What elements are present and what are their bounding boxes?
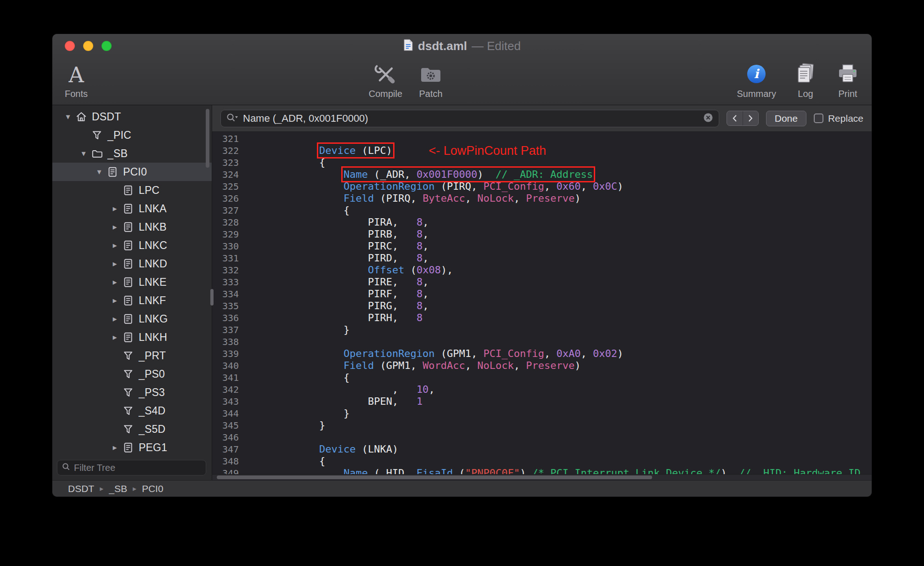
code-token: , [544, 181, 557, 192]
line-number: 330 [212, 240, 246, 252]
compile-button[interactable]: Compile [365, 61, 406, 102]
code-token: } [246, 419, 325, 431]
tree-item-_ps3[interactable]: _PS3 [52, 383, 212, 402]
patch-button[interactable]: Patch [414, 61, 447, 102]
home-icon [75, 111, 87, 123]
done-button[interactable]: Done [766, 111, 806, 126]
tree-item-label: LNKG [139, 313, 168, 325]
tree-item-_ps0[interactable]: _PS0 [52, 365, 212, 383]
tree-item-pci0[interactable]: ▾PCI0 [52, 163, 212, 181]
disclosure-expanded-icon[interactable]: ▾ [92, 167, 107, 177]
disclosure-collapsed-icon[interactable]: ▸ [107, 295, 122, 306]
filter-tree-input[interactable]: Filter Tree [57, 460, 206, 475]
code-text: PIRD, 8, [246, 252, 428, 264]
code-token: , [246, 384, 417, 395]
tree-item-_s4d[interactable]: _S4D [52, 402, 212, 420]
replace-checkbox[interactable] [814, 113, 823, 123]
line-number: 342 [212, 384, 246, 396]
print-button[interactable]: Print [831, 61, 864, 102]
find-next-button[interactable] [743, 111, 758, 125]
sidebar-scrollbar[interactable] [206, 109, 209, 168]
tree-item-lnke[interactable]: ▸LNKE [52, 273, 212, 291]
horizontal-scrollbar-track[interactable] [212, 474, 872, 480]
tree-item-peg1[interactable]: ▸PEG1 [52, 438, 212, 457]
tree-item-lnkc[interactable]: ▸LNKC [52, 236, 212, 255]
device-icon [122, 331, 134, 343]
code-token [246, 443, 319, 455]
code-line: 336 PIRH, 8 [212, 312, 872, 324]
code-line: 332 Offset (0x08), [212, 264, 872, 276]
code-token: ) [617, 181, 623, 192]
disclosure-collapsed-icon[interactable]: ▸ [107, 259, 122, 269]
disclosure-collapsed-icon[interactable]: ▸ [107, 204, 122, 214]
breadcrumb-item-pci0[interactable]: PCI0 [142, 483, 163, 494]
log-button[interactable]: Log [789, 61, 822, 102]
code-line: 339 OperationRegion (GPM1, PCI_Config, 0… [212, 348, 872, 360]
tree-item-lnka[interactable]: ▸LNKA [52, 199, 212, 218]
code-token: 8 [417, 228, 423, 240]
tree-item-_prt[interactable]: _PRT [52, 346, 212, 365]
fonts-button[interactable]: A Fonts [60, 61, 93, 102]
tree-item-lnkd[interactable]: ▸LNKD [52, 255, 212, 273]
tree-item-label: LNKE [139, 276, 167, 289]
disclosure-collapsed-icon[interactable]: ▸ [107, 222, 122, 232]
filter-placeholder: Filter Tree [74, 463, 115, 473]
code-text: PIRF, 8, [246, 288, 428, 300]
disclosure-collapsed-icon[interactable]: ▸ [107, 277, 122, 287]
device-icon [122, 184, 134, 196]
method-icon [122, 405, 134, 417]
line-number: 345 [212, 419, 246, 431]
tree-item-label: LNKC [139, 239, 167, 252]
close-button[interactable] [65, 41, 75, 51]
code-token: (LNKA) [355, 443, 398, 455]
tree-item-label: _S4D [139, 405, 165, 417]
disclosure-expanded-icon[interactable]: ▾ [61, 112, 75, 122]
tree-item-dsdt[interactable]: ▾DSDT [52, 108, 212, 126]
disclosure-collapsed-icon[interactable]: ▸ [107, 314, 122, 324]
disclosure-collapsed-icon[interactable]: ▸ [107, 332, 122, 342]
code-token: Field [344, 360, 374, 371]
tree-item-lpc[interactable]: LPC [52, 181, 212, 199]
disclosure-expanded-icon[interactable]: ▾ [76, 148, 91, 158]
code-text: Field (GPM1, WordAcc, NoLock, Preserve) [246, 360, 581, 372]
code-token: 10 [417, 384, 429, 395]
tree-item-lnkf[interactable]: ▸LNKF [52, 291, 212, 310]
tree-item-lnkg[interactable]: ▸LNKG [52, 310, 212, 328]
line-number: 327 [212, 204, 246, 216]
minimize-button[interactable] [83, 41, 93, 51]
zoom-button[interactable] [101, 41, 112, 51]
tree-item-_s5d[interactable]: _S5D [52, 420, 212, 438]
code-token: , [514, 360, 526, 371]
code-token: OperationRegion [344, 348, 435, 359]
tree-item-lnkh[interactable]: ▸LNKH [52, 328, 212, 346]
tree-item-_pic[interactable]: _PIC [52, 126, 212, 144]
code-token: } [246, 324, 349, 335]
splitter-handle[interactable] [210, 289, 214, 306]
find-search-field[interactable]: Name (_ADR, 0x001F0000) [220, 110, 719, 127]
disclosure-collapsed-icon[interactable]: ▸ [107, 442, 122, 453]
tree-item-lnkb[interactable]: ▸LNKB [52, 218, 212, 236]
breadcrumb-item-dsdt[interactable]: DSDT [68, 483, 94, 494]
code-editor[interactable]: 321322 Device (LPC) <- LowPinCount Path3… [212, 132, 872, 480]
patch-folder-icon [420, 65, 442, 86]
tree-item-label: PEG1 [139, 441, 167, 454]
breadcrumb-item-_sb[interactable]: _SB [109, 483, 127, 494]
window-title: dsdt.aml — Edited [403, 39, 521, 53]
tree-item-_sb[interactable]: ▾_SB [52, 144, 212, 163]
code-token: (PIRQ, [374, 192, 423, 204]
patch-label: Patch [419, 89, 443, 99]
code-line: 326 Field (PIRQ, ByteAcc, NoLock, Preser… [212, 192, 872, 204]
code-line: 327 { [212, 204, 872, 216]
code-token: NoLock [477, 360, 513, 371]
line-number: 331 [212, 252, 246, 264]
find-query[interactable]: Name (_ADR, 0x001F0000) [243, 113, 699, 125]
summary-button[interactable]: i Summary [733, 61, 780, 102]
clear-search-icon[interactable] [703, 113, 713, 125]
horizontal-scrollbar-thumb[interactable] [217, 475, 652, 479]
disclosure-collapsed-icon[interactable]: ▸ [107, 240, 122, 250]
search-menu-icon[interactable] [226, 113, 238, 124]
find-previous-button[interactable] [727, 111, 743, 125]
tree-item-label: PCI0 [123, 166, 147, 178]
code-token: , [428, 384, 434, 395]
tree-item-label: _PRT [139, 350, 166, 362]
